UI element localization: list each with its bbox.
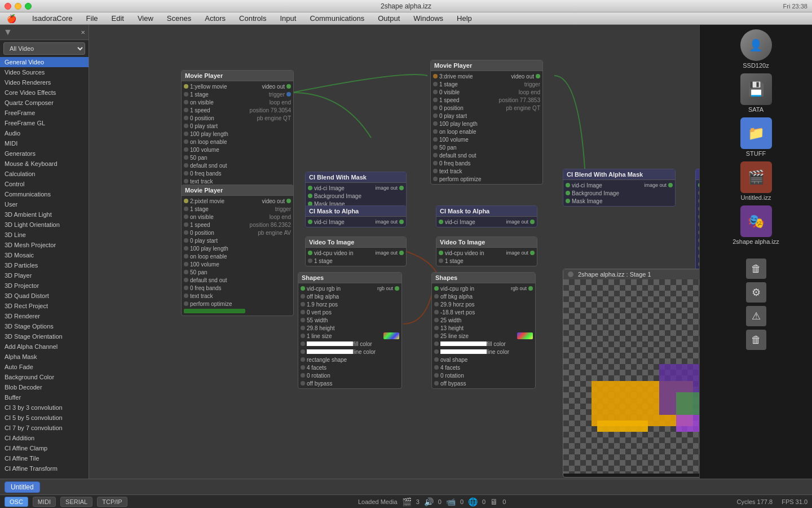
port-in[interactable] [698, 246, 699, 251]
node-movie-player-1[interactable]: Movie Player 1:yellow movie video out 1 … [181, 70, 294, 202]
sidebar-item-freeframe[interactable]: FreeFrame [0, 108, 89, 118]
port-in[interactable] [184, 301, 188, 306]
node-ci-mask-alpha-1[interactable]: CI Mask to Alpha vid-ci Image image out [305, 205, 407, 227]
port-in[interactable] [566, 191, 570, 195]
port-out[interactable] [530, 251, 535, 255]
port-in[interactable] [184, 100, 188, 104]
sidebar-item-ci-affine-transform[interactable]: CI Affine Transform [0, 463, 89, 474]
menu-output[interactable]: Output [376, 14, 402, 23]
port-in[interactable] [433, 74, 438, 78]
port-in[interactable] [301, 294, 305, 299]
sidebar-item-ci-3x3[interactable]: CI 3 by 3 convolution [0, 402, 89, 413]
port-in[interactable] [433, 113, 438, 118]
port-in[interactable] [566, 183, 570, 187]
port-in[interactable] [301, 381, 305, 386]
port-in[interactable] [698, 230, 699, 235]
sidebar-item-freeframe-gl[interactable]: FreeFrame GL [0, 118, 89, 128]
menu-communications[interactable]: Communications [307, 14, 367, 23]
port-in[interactable] [301, 334, 305, 338]
port-in[interactable] [433, 177, 438, 181]
port-in[interactable] [433, 145, 438, 150]
port-in[interactable] [698, 222, 699, 227]
sidebar-item-3d-mesh-projector[interactable]: 3D Mesh Projector [0, 240, 89, 250]
menu-view[interactable]: View [135, 14, 156, 23]
sidebar-item-3d-particles[interactable]: 3D Particles [0, 260, 89, 270]
sidebar-item-3d-ambient-light[interactable]: 3D Ambient Light [0, 209, 89, 220]
status-tab-osc[interactable]: OSC [5, 497, 28, 507]
port-in[interactable] [184, 270, 188, 274]
node-ci-blend-alpha-mask[interactable]: CI Blend With Alpha Mask vid-ci Image im… [563, 169, 676, 207]
sidebar-item-calculation[interactable]: Calculation [0, 169, 89, 179]
sidebar-item-blob-decoder[interactable]: Blob Decoder [0, 382, 89, 392]
port-in[interactable] [434, 341, 439, 346]
sidebar-item-midi[interactable]: MIDI [0, 138, 89, 148]
port-in[interactable] [184, 262, 188, 266]
status-tab-tcp[interactable]: TCP/IP [97, 497, 127, 507]
port-out[interactable] [528, 286, 533, 291]
port-in[interactable] [434, 286, 439, 291]
port-in[interactable] [698, 238, 699, 243]
sidebar-item-3d-stage-options[interactable]: 3D Stage Options [0, 321, 89, 331]
port-out[interactable] [530, 220, 535, 224]
port-in[interactable] [184, 163, 188, 168]
minimize-button[interactable] [15, 3, 21, 10]
port-out[interactable] [395, 286, 399, 291]
sidebar-item-3d-quad-distort[interactable]: 3D Quad Distort [0, 291, 89, 301]
port-in[interactable] [184, 278, 188, 282]
port-in[interactable] [184, 238, 188, 243]
port-out[interactable] [668, 183, 673, 187]
port-in[interactable] [434, 365, 439, 370]
sidebar-item-alpha-mask[interactable]: Alpha Mask [0, 352, 89, 362]
port-in[interactable] [301, 349, 305, 354]
menu-actors[interactable]: Actors [202, 14, 228, 23]
desktop-icon-untitled[interactable]: 🎬 Untitled.izz [740, 161, 772, 201]
port-in[interactable] [301, 286, 305, 291]
settings-icon[interactable]: ⚙ [746, 282, 766, 303]
port-in[interactable] [301, 302, 305, 306]
port-in[interactable] [698, 183, 699, 187]
port-in[interactable] [184, 84, 188, 89]
sidebar-item-control[interactable]: Control [0, 179, 89, 189]
sidebar-item-audio[interactable]: Audio [0, 128, 89, 138]
sidebar-item-buffer[interactable]: Buffer [0, 392, 89, 402]
desktop-icon-2shape[interactable]: 🎭 2shape alpha.izz [732, 205, 779, 245]
port-in[interactable] [434, 326, 439, 330]
port-in[interactable] [698, 207, 699, 211]
traffic-lights[interactable] [5, 3, 32, 10]
port-out[interactable] [399, 186, 404, 190]
port-in[interactable] [433, 137, 438, 142]
port-in[interactable] [433, 90, 438, 94]
port-in[interactable] [434, 334, 439, 338]
port-in[interactable] [433, 106, 438, 110]
port-in[interactable] [301, 310, 305, 314]
node-movie-player-3[interactable]: Movie Player 3:drive movie video out 1 s… [430, 60, 543, 185]
port-in[interactable] [184, 132, 188, 136]
sidebar-item-3d-line[interactable]: 3D Line [0, 230, 89, 240]
trash-2-icon[interactable]: 🗑 [746, 330, 766, 350]
sidebar-close[interactable]: ✕ [81, 29, 85, 36]
port-in[interactable] [301, 357, 305, 362]
sidebar-item-3d-player[interactable]: 3D Player [0, 270, 89, 281]
sidebar-item-video-renderers[interactable]: Video Renderers [0, 77, 89, 87]
port-in[interactable] [308, 251, 312, 255]
status-tab-serial[interactable]: SERIAL [60, 497, 92, 507]
port-in[interactable] [301, 365, 305, 370]
warning-icon[interactable]: ⚠ [746, 306, 766, 326]
port-in[interactable] [184, 230, 188, 235]
port-in[interactable] [439, 220, 443, 224]
port-out[interactable] [536, 74, 540, 78]
status-tab-midi[interactable]: MIDI [33, 497, 56, 507]
port-in[interactable] [308, 194, 312, 198]
node-video-to-image-2[interactable]: Video To Image vid-cpu video in image ou… [436, 237, 537, 266]
port-in[interactable] [184, 246, 188, 251]
sidebar-item-3d-mosaic[interactable]: 3D Mosaic [0, 250, 89, 260]
sidebar-item-mouse-keyboard[interactable]: Mouse & Keyboard [0, 159, 89, 169]
port-out[interactable] [399, 251, 404, 255]
sidebar-toggle[interactable]: ▼ [3, 27, 12, 37]
port-in[interactable] [184, 254, 188, 259]
sidebar-item-generators[interactable]: Generators [0, 148, 89, 159]
port-in[interactable] [184, 214, 188, 219]
port-out[interactable] [286, 84, 291, 89]
desktop-icon-sata[interactable]: 💾 SATA [740, 73, 772, 113]
port-out[interactable] [399, 220, 404, 224]
